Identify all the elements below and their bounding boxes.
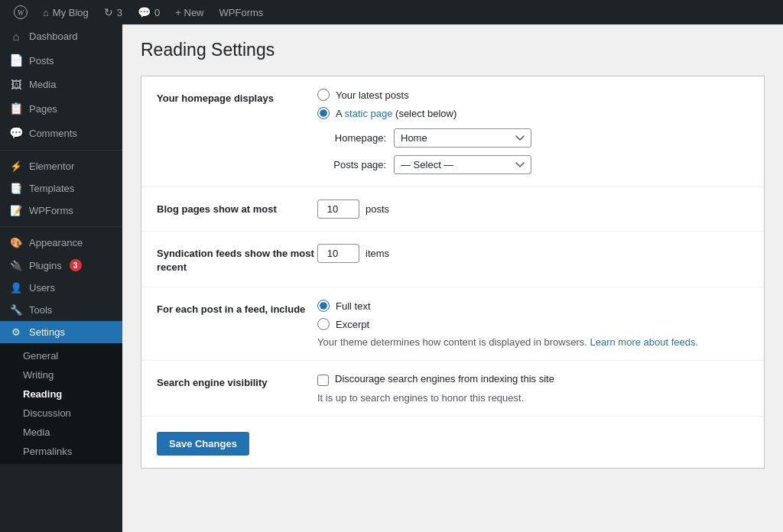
blog-pages-row: Blog pages show at most posts	[141, 187, 764, 232]
sidebar-item-label: Settings	[29, 326, 65, 338]
search-visibility-control: Discourage search engines from indexing …	[317, 373, 749, 404]
feed-include-label: For each post in a feed, include	[157, 300, 317, 316]
comments-sidebar-icon: 💬	[9, 126, 23, 140]
blog-pages-label: Blog pages show at most	[157, 200, 317, 216]
sidebar: ⌂ Dashboard 📄 Posts 🖼 Media 📋 Pages 💬 Co…	[0, 24, 122, 532]
page-title: Reading Settings	[141, 40, 765, 60]
radio-full-text[interactable]: Full text	[317, 300, 749, 312]
sidebar-item-label: Media	[29, 79, 56, 90]
sidebar-divider-2	[0, 226, 122, 227]
homepage-radio-group: Your latest posts A static page (select …	[317, 89, 749, 119]
sidebar-item-wpforms[interactable]: 📝 WPForms	[0, 200, 122, 222]
tools-icon: 🔧	[9, 304, 23, 316]
main-layout: ⌂ Dashboard 📄 Posts 🖼 Media 📋 Pages 💬 Co…	[0, 24, 783, 532]
settings-form: Your homepage displays Your latest posts…	[141, 76, 765, 469]
updates-icon: ↻	[104, 6, 113, 18]
content-area: Reading Settings Your homepage displays …	[122, 24, 783, 532]
settings-submenu: General Writing Reading Discussion Media…	[0, 343, 122, 464]
static-page-link[interactable]: static page	[345, 108, 393, 119]
blog-pages-number-wrap: posts	[317, 200, 749, 219]
plugins-badge: 3	[70, 259, 82, 271]
syndication-control: items	[317, 244, 749, 263]
sidebar-item-media[interactable]: 🖼 Media	[0, 73, 122, 96]
sidebar-item-label: Pages	[29, 103, 57, 115]
sidebar-item-users[interactable]: 👤 Users	[0, 277, 122, 299]
posts-page-select[interactable]: — Select —	[394, 155, 531, 174]
updates-button[interactable]: ↻ 3	[96, 0, 130, 24]
sidebar-item-templates[interactable]: 📑 Templates	[0, 177, 122, 200]
sidebar-item-label: Plugins	[29, 260, 62, 271]
media-icon: 🖼	[9, 78, 23, 91]
users-icon: 👤	[9, 282, 23, 294]
sidebar-item-pages[interactable]: 📋 Pages	[0, 96, 122, 121]
wpforms-adminbar-button[interactable]: WPForms	[212, 0, 271, 24]
radio-full-text-input[interactable]	[317, 300, 330, 312]
search-discourage-checkbox[interactable]: Discourage search engines from indexing …	[317, 373, 749, 386]
templates-icon: 📑	[9, 183, 23, 194]
feed-radio-group: Full text Excerpt	[317, 300, 749, 330]
search-helper-text: It is up to search engines to honor this…	[317, 392, 749, 404]
wp-logo-button[interactable]: W	[6, 0, 35, 24]
sidebar-item-label: Comments	[29, 128, 77, 139]
sidebar-item-label: Users	[29, 282, 55, 294]
blog-pages-input[interactable]	[317, 200, 359, 219]
sidebar-item-label: Dashboard	[29, 31, 78, 42]
syndication-row: Syndication feeds show the most recent i…	[141, 232, 764, 287]
sidebar-item-settings[interactable]: ⚙ Settings	[0, 321, 122, 343]
home-icon: ⌂	[43, 7, 49, 18]
blog-pages-control: posts	[317, 200, 749, 219]
search-visibility-label: Search engine visibility	[157, 373, 317, 390]
sidebar-item-label: WPForms	[29, 205, 73, 216]
sub-item-general[interactable]: General	[0, 346, 122, 365]
posts-page-select-row: Posts page: — Select —	[317, 155, 749, 174]
homepage-select-label: Homepage:	[317, 132, 386, 144]
save-changes-button[interactable]: Save Changes	[157, 432, 249, 456]
sub-item-media[interactable]: Media	[0, 423, 122, 442]
posts-page-select-label: Posts page:	[317, 159, 386, 170]
feed-include-row: For each post in a feed, include Full te…	[141, 287, 764, 361]
radio-excerpt-input[interactable]	[317, 318, 330, 330]
sidebar-item-elementor[interactable]: ⚡ Elementor	[0, 155, 122, 177]
pages-icon: 📋	[9, 102, 23, 115]
sidebar-item-posts[interactable]: 📄 Posts	[0, 48, 122, 73]
sidebar-item-label: Appearance	[29, 237, 83, 248]
learn-more-feeds-link[interactable]: Learn more about feeds.	[590, 336, 699, 348]
comments-icon: 💬	[138, 6, 151, 18]
appearance-icon: 🎨	[9, 237, 23, 248]
elementor-icon: ⚡	[9, 161, 23, 172]
site-name-button[interactable]: ⌂ My Blog	[35, 0, 96, 24]
syndication-label: Syndication feeds show the most recent	[157, 244, 317, 274]
sidebar-item-label: Templates	[29, 183, 74, 194]
syndication-unit: items	[366, 248, 389, 259]
radio-latest-posts[interactable]: Your latest posts	[317, 89, 749, 101]
sidebar-item-label: Posts	[29, 55, 54, 66]
radio-latest-posts-input[interactable]	[317, 89, 330, 101]
sub-item-discussion[interactable]: Discussion	[0, 404, 122, 423]
posts-icon: 📄	[9, 54, 23, 67]
radio-excerpt[interactable]: Excerpt	[317, 318, 749, 330]
radio-static-page-input[interactable]	[317, 107, 330, 119]
sub-item-permalinks[interactable]: Permalinks	[0, 442, 122, 461]
sub-item-reading[interactable]: Reading	[0, 384, 122, 404]
homepage-select[interactable]: Home	[394, 128, 531, 148]
comments-button[interactable]: 💬 0	[130, 0, 167, 24]
feed-helper-text: Your theme determines how content is dis…	[317, 336, 749, 348]
plugins-icon: 🔌	[9, 260, 23, 271]
sidebar-item-comments[interactable]: 💬 Comments	[0, 121, 122, 145]
syndication-input[interactable]	[317, 244, 359, 263]
sub-item-writing[interactable]: Writing	[0, 365, 122, 384]
new-content-button[interactable]: + New	[167, 0, 211, 24]
homepage-displays-label: Your homepage displays	[157, 89, 317, 105]
homepage-displays-row: Your homepage displays Your latest posts…	[141, 76, 764, 187]
sidebar-item-dashboard[interactable]: ⌂ Dashboard	[0, 24, 122, 48]
search-visibility-row: Search engine visibility Discourage sear…	[141, 361, 764, 417]
sidebar-item-tools[interactable]: 🔧 Tools	[0, 299, 122, 321]
search-discourage-input[interactable]	[317, 375, 329, 386]
sidebar-item-label: Elementor	[29, 161, 74, 172]
wpforms-icon: 📝	[9, 205, 23, 216]
sidebar-item-plugins[interactable]: 🔌 Plugins 3	[0, 254, 122, 277]
sidebar-item-appearance[interactable]: 🎨 Appearance	[0, 232, 122, 254]
radio-static-page[interactable]: A static page (select below)	[317, 107, 749, 119]
sidebar-item-label: Tools	[29, 304, 52, 316]
blog-pages-unit: posts	[366, 203, 389, 215]
